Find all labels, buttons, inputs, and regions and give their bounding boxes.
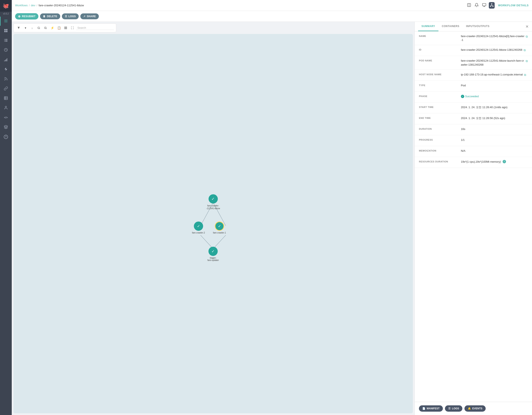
zoom-in-icon[interactable] [43, 25, 48, 31]
notification-icon[interactable] [474, 2, 480, 9]
detail-row-progress: PROGRESS 1/1 [415, 135, 532, 146]
detail-row-end-time: END TIME 2024. 1. 24. 오전 11:26:56 (52s a… [415, 113, 532, 124]
detail-type-text: Pod [461, 84, 466, 87]
manifest-icon: 📄 [422, 407, 426, 410]
sidebar-item-dashboard[interactable] [0, 26, 12, 36]
sidebar-item-menu[interactable] [0, 17, 12, 26]
canvas-toolbar: ▾ ↓ ⚡ 📋 [13, 23, 116, 32]
node-fare-crawler-2[interactable]: ✓ fare-crawler-2 [192, 221, 205, 234]
detail-label-phase: PHASE [419, 94, 461, 97]
node-root[interactable]: ✓ fare-crawler--112541-lbbzw [206, 194, 220, 210]
svg-line-38 [39, 28, 40, 29]
sidebar-item-link[interactable] [0, 84, 12, 93]
copy-icon-toolbar[interactable]: 📋 [56, 25, 62, 31]
copy-id-button[interactable]: ⧉ [524, 48, 526, 52]
node-label-fare-crawler-1: fare-crawler-1 [213, 232, 226, 234]
grid-icon[interactable] [63, 25, 69, 31]
sidebar-item-plugin[interactable] [0, 123, 12, 132]
panel-close-button[interactable]: ✕ [525, 24, 529, 29]
sidebar-item-rss[interactable] [0, 74, 12, 84]
settings-icon[interactable] [481, 2, 487, 9]
sidebar-item-clock[interactable] [0, 46, 12, 55]
svg-point-24 [5, 106, 7, 108]
detail-value-type: Pod [461, 84, 528, 87]
resubmit-button[interactable]: ⊕ RESUBMIT [15, 13, 38, 19]
detail-value-id: fare-crawler-20240124-112541-lbbzw-13812… [461, 48, 528, 52]
sidebar: 🐙 v3.5.2 [0, 0, 12, 415]
logs-doc-icon: ☰ [65, 15, 67, 18]
dashboard-icon [4, 28, 8, 33]
share-label: SHARE [87, 15, 96, 18]
chevron-down-icon[interactable]: ▾ [22, 25, 28, 31]
detail-label-name: NAME [419, 34, 461, 37]
tab-inputs-outputs[interactable]: INPUTS/OUTPUTS [463, 22, 493, 31]
sidebar-item-lightning[interactable] [0, 65, 12, 74]
delete-trash-icon: 🗑 [43, 15, 46, 18]
detail-label-memoization: MEMOIZATION [419, 149, 461, 152]
node-trigger[interactable]: ✓ trigger-fare-updater [208, 247, 219, 261]
detail-value-progress: 1/1 [461, 138, 528, 142]
resubmit-plus-icon: ⊕ [18, 15, 20, 18]
share-button[interactable]: ↗ SHARE [80, 13, 99, 19]
tab-summary[interactable]: SUMMARY [418, 22, 438, 31]
breadcrumb-current: fare-crawler-20240124-112541-lbbzw [38, 4, 84, 7]
app-logo[interactable]: 🐙 [0, 0, 12, 12]
logs-button[interactable]: ☰ LOGS [62, 13, 79, 19]
manifest-button[interactable]: 📄 MANIFEST [419, 405, 443, 412]
filter-icon[interactable] [16, 25, 22, 31]
svg-line-34 [490, 5, 492, 6]
sidebar-item-data[interactable] [0, 94, 12, 103]
detail-label-end-time: END TIME [419, 116, 461, 119]
list-icon [4, 38, 8, 43]
detail-id-text: fare-crawler-20240124-112541-lbbzw-13812… [461, 48, 522, 52]
sort-icon[interactable]: ↓ [29, 25, 35, 31]
canvas-background[interactable]: ✓ fare-crawler--112541-lbbzw ✓ fare-craw… [13, 34, 413, 413]
detail-row-memoization: MEMOIZATION N/A [415, 146, 532, 157]
copy-host-node-button[interactable]: ⧉ [524, 73, 526, 77]
signal-icon [4, 57, 8, 62]
clock-icon [4, 48, 8, 53]
breadcrumb-dev[interactable]: dev [31, 4, 35, 7]
tab-containers[interactable]: CONTAINERS [438, 22, 463, 31]
svg-point-30 [492, 4, 492, 4]
lightning-small-icon[interactable]: ⚡ [49, 25, 55, 31]
svg-rect-8 [5, 39, 8, 40]
logo-icon: 🐙 [3, 3, 9, 9]
menu-icon [4, 19, 8, 24]
sidebar-item-list[interactable] [0, 36, 12, 45]
events-button[interactable]: 🔔 EVENTS [465, 405, 486, 412]
detail-row-resources: RESOURCES DURATION 19s*(1 cpu),19s*(100M… [415, 157, 532, 168]
svg-point-32 [493, 6, 493, 7]
delete-button[interactable]: 🗑 DELETE [40, 13, 60, 19]
footer-logs-button[interactable]: ☰ LOGS [445, 405, 462, 412]
detail-label-resources: RESOURCES DURATION [419, 160, 461, 163]
detail-duration-text: 16s [461, 127, 465, 131]
sidebar-item-help[interactable]: ? [0, 132, 12, 141]
detail-resources-text: 19s*(1 cpu),19s*(100Mi memory) [461, 160, 501, 164]
topbar-icons [466, 2, 495, 9]
org-icon[interactable] [489, 2, 495, 9]
breadcrumb-workflows[interactable]: Workflows [15, 4, 28, 7]
sidebar-item-signal[interactable] [0, 55, 12, 64]
share-icon: ↗ [83, 15, 86, 18]
svg-rect-15 [5, 60, 5, 61]
resources-info-icon[interactable]: i [503, 160, 506, 163]
copy-pod-name-button[interactable]: ⧉ [526, 59, 528, 63]
svg-rect-6 [6, 31, 8, 32]
split-view-icon[interactable] [466, 2, 472, 9]
manifest-label: MANIFEST [427, 407, 439, 410]
svg-rect-46 [66, 28, 67, 29]
fullscreen-icon[interactable] [69, 25, 75, 31]
search-input[interactable] [76, 26, 114, 30]
detail-row-name: NAME fare-crawler-20240124-112541-lbbzw[… [415, 31, 532, 45]
node-fare-crawler-1[interactable]: ✓ fare-crawler-1 [213, 221, 226, 234]
sidebar-item-code[interactable]: </> [0, 113, 12, 122]
copy-name-button[interactable]: ⧉ [526, 35, 528, 39]
sidebar-item-user[interactable] [0, 103, 12, 112]
workflow-nodes: ✓ fare-crawler--112541-lbbzw ✓ fare-craw… [13, 34, 413, 413]
detail-label-pod-name: POD NAME [419, 59, 461, 62]
zoom-out-icon[interactable] [36, 25, 42, 31]
actionbar: ⊕ RESUBMIT 🗑 DELETE ☰ LOGS ↗ SHARE [12, 11, 532, 22]
svg-rect-43 [65, 27, 66, 28]
canvas-area: ▾ ↓ ⚡ 📋 [12, 22, 415, 415]
